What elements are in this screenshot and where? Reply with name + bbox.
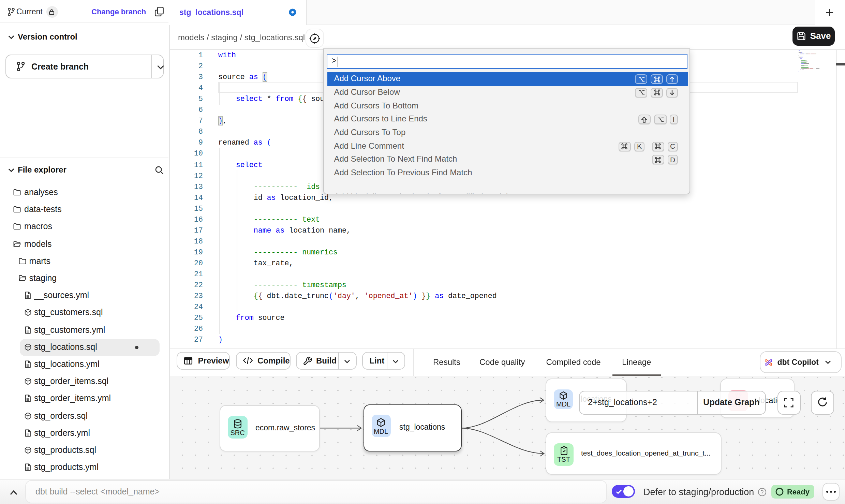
svg-text:?: ? xyxy=(760,489,764,495)
